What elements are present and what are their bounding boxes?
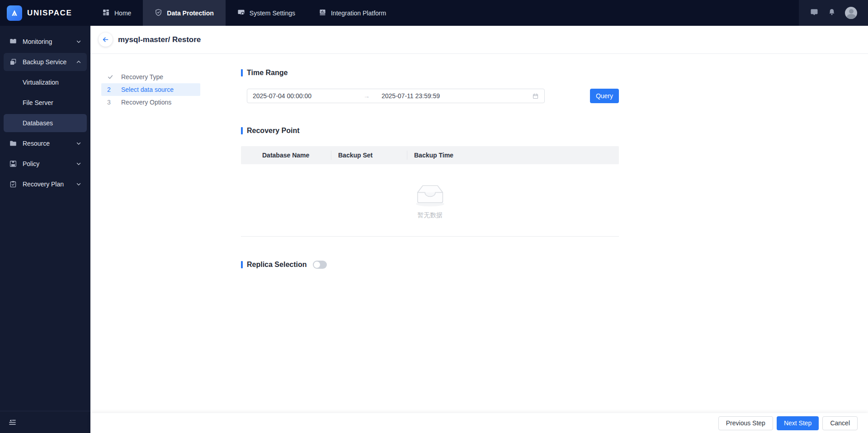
sidebar-item-label: Backup Service (23, 58, 66, 66)
wizard-steps: Recovery Type 2 Select data source 3 Rec… (101, 71, 200, 109)
sidebar-item-recovery-plan[interactable]: Recovery Plan (4, 175, 87, 193)
step-label: Select data source (121, 86, 174, 93)
page-title: mysql-master/ Restore (118, 35, 201, 44)
column-header-database-name: Database Name (241, 146, 331, 164)
query-button[interactable]: Query (590, 89, 619, 103)
copy-icon (9, 58, 17, 66)
recovery-point-table-header: Database Name Backup Set Backup Time (241, 146, 619, 164)
sidebar-item-policy[interactable]: Policy (4, 155, 87, 173)
sidebar-item-label: Virtualization (23, 79, 59, 86)
nav-tab-label: Data Protection (167, 10, 213, 17)
chart-box-icon (319, 9, 326, 18)
recovery-point-section: Recovery Point Database Name Backup Set … (241, 127, 619, 237)
empty-state: 暂无数据 (241, 164, 619, 237)
cancel-button[interactable]: Cancel (822, 416, 858, 430)
nav-tab-label: Home (114, 10, 131, 17)
nav-tab-integration-platform[interactable]: Integration Platform (307, 0, 398, 26)
step-label: Recovery Type (121, 73, 163, 81)
nav-tab-home[interactable]: Home (90, 0, 143, 26)
grid-icon (102, 9, 110, 18)
sidebar-item-label: Policy (23, 160, 39, 167)
unispace-logo-icon (7, 5, 22, 21)
sidebar-item-resource[interactable]: Resource (4, 134, 87, 152)
check-icon (107, 74, 114, 80)
collapse-sidebar-icon[interactable] (8, 418, 17, 427)
section-title-text: Time Range (247, 69, 288, 77)
content: Recovery Type 2 Select data source 3 Rec… (90, 54, 868, 413)
section-accent-bar (241, 69, 243, 76)
toggle-knob (314, 262, 320, 268)
range-arrow-icon: → (363, 92, 382, 100)
brand-logo: UNISPACE (0, 0, 90, 26)
sidebar-item-label: Monitoring (23, 38, 52, 45)
message-icon (9, 38, 17, 46)
main-area: mysql-master/ Restore Recovery Type 2 Se… (90, 26, 868, 433)
sidebar-item-label: File Server (23, 99, 53, 106)
empty-state-text: 暂无数据 (417, 211, 443, 219)
clipboard-check-icon (9, 180, 17, 188)
chevron-down-icon (76, 161, 81, 167)
replica-selection-toggle[interactable] (313, 261, 327, 269)
date-range-input[interactable]: 2025-07-04 00:00:00 → 2025-07-11 23:59:5… (247, 89, 545, 103)
section-accent-bar (241, 127, 243, 134)
sidebar-footer (0, 411, 90, 433)
column-header-backup-set: Backup Set (331, 146, 407, 164)
calendar-icon[interactable] (532, 93, 539, 100)
sidebar: Monitoring Backup Service Virtualization… (0, 26, 90, 433)
step-number: 3 (107, 99, 114, 106)
sidebar-item-file-server[interactable]: File Server (4, 94, 87, 112)
sidebar-item-monitoring[interactable]: Monitoring (4, 33, 87, 51)
time-range-row: 2025-07-04 00:00:00 → 2025-07-11 23:59:5… (247, 89, 619, 103)
form-sections: Time Range 2025-07-04 00:00:00 → 2025-07… (241, 69, 619, 269)
replica-selection-section: Replica Selection (241, 261, 619, 269)
monitor-gear-icon (237, 9, 245, 18)
previous-step-button[interactable]: Previous Step (718, 416, 773, 430)
shield-check-icon (155, 9, 162, 18)
sidebar-item-label: Databases (23, 119, 53, 127)
start-date-value[interactable]: 2025-07-04 00:00:00 (253, 92, 363, 100)
arrow-left-icon (102, 36, 109, 43)
end-date-value[interactable]: 2025-07-11 23:59:59 (382, 92, 532, 100)
sidebar-item-databases[interactable]: Databases (4, 114, 87, 132)
step-label: Recovery Options (121, 99, 171, 106)
section-accent-bar (241, 261, 243, 268)
next-step-button[interactable]: Next Step (777, 416, 819, 430)
sidebar-item-label: Resource (23, 140, 50, 147)
recovery-point-section-title: Recovery Point (241, 127, 619, 135)
back-button[interactable] (99, 33, 113, 47)
section-title-text: Recovery Point (247, 127, 299, 135)
brand-name: UNISPACE (27, 9, 72, 18)
step-recovery-type[interactable]: Recovery Type (101, 71, 200, 83)
top-bar-actions (799, 0, 868, 26)
top-bar: UNISPACE Home Data Protection (0, 0, 868, 26)
user-avatar[interactable] (845, 7, 857, 19)
section-title-text: Replica Selection (247, 261, 307, 269)
sidebar-item-virtualization[interactable]: Virtualization (4, 73, 87, 91)
step-recovery-options[interactable]: 3 Recovery Options (101, 96, 200, 109)
time-range-section-title: Time Range (241, 69, 619, 77)
sidebar-item-backup-service[interactable]: Backup Service (4, 53, 87, 71)
page-header: mysql-master/ Restore (90, 26, 868, 54)
nav-tab-system-settings[interactable]: System Settings (226, 0, 307, 26)
save-icon (9, 160, 17, 168)
empty-box-icon (412, 181, 448, 207)
chevron-down-icon (76, 181, 81, 187)
step-select-data-source[interactable]: 2 Select data source (101, 83, 200, 96)
chevron-up-icon (76, 59, 81, 65)
step-number: 2 (107, 86, 114, 93)
bell-icon[interactable] (828, 8, 836, 18)
top-navigation: Home Data Protection System Settings (90, 0, 398, 26)
nav-tab-label: System Settings (250, 10, 295, 17)
replica-selection-title: Replica Selection (241, 261, 307, 269)
folder-icon (9, 139, 17, 148)
nav-tab-label: Integration Platform (331, 10, 386, 17)
chevron-down-icon (76, 141, 81, 146)
sidebar-item-label: Recovery Plan (23, 181, 64, 188)
chevron-down-icon (76, 39, 81, 44)
column-header-backup-time: Backup Time (407, 146, 619, 164)
nav-tab-data-protection[interactable]: Data Protection (143, 0, 225, 26)
wizard-footer: Previous Step Next Step Cancel (90, 413, 868, 433)
chat-icon[interactable] (810, 8, 819, 19)
